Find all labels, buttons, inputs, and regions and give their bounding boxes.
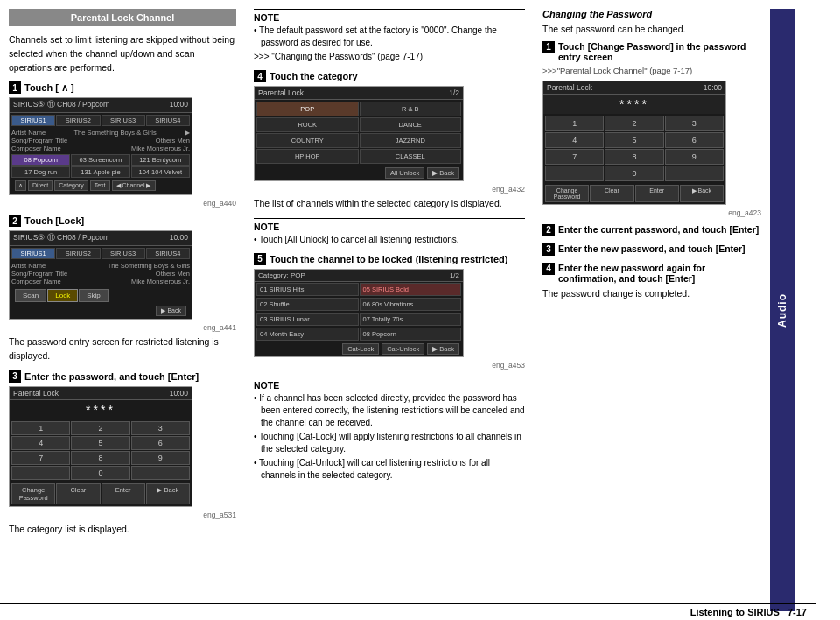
cpwd-enter-btn[interactable]: Enter — [635, 185, 679, 202]
note3-title: NOTE — [254, 380, 525, 391]
step5-heading: 5 Touch the channel to be locked (listen… — [254, 253, 525, 265]
cpwd-num5[interactable]: 5 — [605, 132, 663, 148]
cat-screen: Parental Lock 1/2 POP R & B ROCK DANCE C… — [254, 86, 464, 181]
num3[interactable]: 3 — [131, 421, 190, 435]
cat-unlock-btn[interactable]: Cat-Unlock — [382, 343, 424, 355]
cat-header-right: 1/2 — [449, 88, 459, 97]
ch03[interactable]: 03 SIRIUS Lunar — [256, 313, 359, 326]
screen1-body: SIRIUS1 SIRIUS2 SIRIUS3 SIRIUS4 Artist N… — [10, 113, 192, 194]
cat-desc: The list of channels within the selected… — [254, 197, 525, 211]
cpwd-num7[interactable]: 7 — [545, 149, 604, 165]
main-content: Parental Lock Channel Channels set to li… — [9, 9, 840, 611]
item1a: 08 Popcorn — [11, 154, 70, 166]
cpwd-num1[interactable]: 1 — [545, 116, 604, 131]
num8[interactable]: 8 — [71, 451, 130, 465]
num7[interactable]: 7 — [11, 451, 70, 465]
item1c: 121 Bentycorn — [131, 154, 190, 166]
cpwd-back-btn[interactable]: ▶ Back — [680, 185, 724, 202]
ch06[interactable]: 06 80s Vibrations — [360, 298, 462, 311]
ch08[interactable]: 08 Popcorn — [360, 328, 462, 341]
nav-up[interactable]: ∧ — [15, 180, 26, 191]
cat-header: Parental Lock 1/2 — [255, 87, 463, 100]
cat-jazz[interactable]: JAZZRND — [360, 133, 462, 148]
cpwd-num6[interactable]: 6 — [665, 132, 724, 148]
page-container: Parental Lock Channel Channels set to li… — [0, 0, 840, 620]
cpwd-num0[interactable]: 0 — [605, 166, 663, 181]
right-step1-ref: >>>"Parental Lock Channel" (page 7-17) — [542, 66, 761, 75]
text-btn[interactable]: Text — [90, 180, 110, 191]
artist-val: The Something Boys & Girls — [74, 129, 156, 137]
step2-desc: The password entry screen for restricted… — [9, 335, 236, 363]
cat-lock-btn[interactable]: Cat-Lock — [342, 343, 379, 355]
step4-label: Touch the category — [270, 71, 358, 81]
direct-btn[interactable]: Direct — [28, 180, 52, 191]
lock-btn[interactable]: Lock — [47, 289, 78, 302]
cat-classic[interactable]: CLASSEL — [360, 149, 462, 164]
screen2-header-left: SIRIUS⑤ ⑪ CH08 / Popcorn — [13, 233, 110, 243]
screen1-header: SIRIUS⑤ ⑪ CH08 / Popcorn 10:00 — [10, 98, 192, 113]
num4[interactable]: 4 — [11, 436, 70, 450]
step5-num: 5 — [254, 253, 266, 265]
item1b: 63 Screencorn — [71, 154, 130, 166]
cat-country[interactable]: COUNTRY — [256, 133, 359, 148]
num5[interactable]: 5 — [71, 436, 130, 450]
audio-sidebar: Audio — [770, 9, 794, 611]
note2-title: NOTE — [254, 222, 525, 232]
note2-bullet1: • Touch [All Unlock] to cancel all liste… — [254, 234, 525, 246]
num2[interactable]: 2 — [71, 421, 130, 435]
back-btn-s3[interactable]: ▶ Back — [146, 483, 190, 504]
cpwd-num9[interactable]: 9 — [665, 149, 724, 165]
screen2-channels: SIRIUS1 SIRIUS2 SIRIUS3 SIRIUS4 — [11, 248, 190, 259]
cat-hiphop[interactable]: HP HOP — [256, 149, 359, 164]
changing-pwd-heading: Changing the Password — [542, 9, 761, 19]
ch01[interactable]: 01 SIRIUS Hits — [256, 283, 359, 296]
step3-block: 3 Enter the password, and touch [Enter] … — [9, 370, 236, 537]
enter-btn[interactable]: Enter — [102, 483, 145, 504]
screen2-body: SIRIUS1 SIRIUS2 SIRIUS3 SIRIUS4 Artist N… — [10, 246, 192, 319]
num9[interactable]: 9 — [131, 451, 190, 465]
cpwd-num4[interactable]: 4 — [545, 132, 604, 148]
skip-btn[interactable]: Skip — [79, 289, 108, 302]
cat-rb[interactable]: R & B — [360, 102, 462, 116]
cat-back-btn[interactable]: ▶ Back — [427, 167, 459, 179]
ch05[interactable]: 05 SIRIUS Bold — [360, 283, 462, 296]
right-column: Changing the Password The set password c… — [534, 9, 770, 611]
cpwd-num3[interactable]: 3 — [665, 116, 724, 131]
ch07[interactable]: 07 Totally 70s — [360, 313, 462, 326]
chan-screen: Category: POP 1/2 01 SIRIUS Hits 05 SIRI… — [254, 269, 464, 357]
right-step4-num: 4 — [542, 263, 555, 275]
cat-rock[interactable]: ROCK — [256, 117, 359, 132]
num6[interactable]: 6 — [131, 436, 190, 450]
cpwd1-dots: **** — [543, 95, 725, 114]
ch04[interactable]: 04 Month Easy — [256, 328, 359, 341]
screen3-caption: eng_a531 — [9, 511, 236, 519]
ch02[interactable]: 02 Shuffle — [256, 298, 359, 311]
s2ch2: SIRIUS2 — [56, 248, 100, 259]
step4-block: 4 Touch the category Parental Lock 1/2 P… — [254, 70, 525, 211]
step2-heading: 2 Touch [Lock] — [9, 215, 236, 227]
change-pwd-btn[interactable]: Change Password — [11, 483, 55, 504]
cat-pop[interactable]: POP — [256, 102, 359, 116]
category-btn[interactable]: Category — [54, 180, 88, 191]
clear-btn[interactable]: Clear — [56, 483, 100, 504]
note3-bullet1: • If a channel has been selected directl… — [254, 392, 525, 429]
cpwd-change-btn[interactable]: Change Password — [545, 185, 589, 202]
cpwd-num8[interactable]: 8 — [605, 149, 663, 165]
cpwd1-header-left: Parental Lock — [547, 83, 592, 92]
chan-back-btn[interactable]: ▶ Back — [427, 343, 459, 355]
note2: NOTE • Touch [All Unlock] to cancel all … — [254, 218, 525, 246]
ch1: SIRIUS1 — [11, 115, 55, 126]
channel-btn[interactable]: ◀ Channel ▶ — [112, 180, 156, 191]
comp-label: Composer Name — [11, 144, 61, 152]
cpwd-num2[interactable]: 2 — [605, 116, 663, 131]
num1[interactable]: 1 — [11, 421, 70, 435]
note1-bullet1: • The default password set at the factor… — [254, 25, 525, 49]
all-unlock-btn[interactable]: All Unlock — [385, 167, 424, 179]
cat-dance[interactable]: DANCE — [360, 117, 462, 132]
scan-btn[interactable]: Scan — [15, 289, 46, 302]
back-btn-s2[interactable]: ▶ Back — [156, 306, 186, 316]
cpwd-clear-btn[interactable]: Clear — [590, 185, 634, 202]
s2ch1: SIRIUS1 — [11, 248, 55, 259]
num0[interactable]: 0 — [71, 466, 130, 480]
step3-desc: The category list is displayed. — [9, 523, 236, 537]
